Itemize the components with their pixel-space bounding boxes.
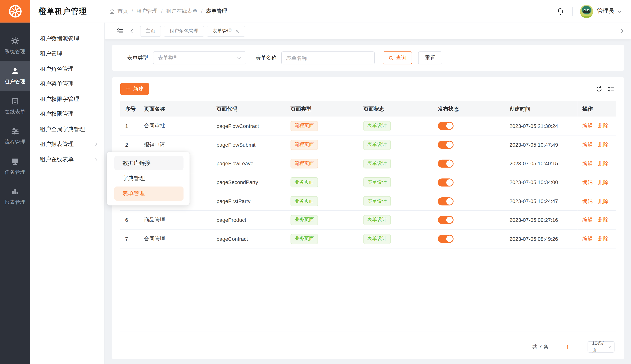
create-button[interactable]: 新建 (120, 83, 149, 95)
flyout-item-database-link[interactable]: 数据库链接 (114, 156, 183, 170)
refresh-icon[interactable] (596, 86, 602, 92)
data-table: 序号 页面名称 页面代码 页面类型 页面状态 发布状态 创建时间 操作 1 (120, 101, 616, 332)
breadcrumb-item-current: 表单管理 (206, 8, 227, 15)
sliders-icon (11, 127, 19, 135)
edit-link[interactable]: 编辑 (582, 217, 593, 223)
table-row: 1 合同审批 pageFlowContract 流程页面 表单设计 2023-0… (120, 117, 616, 136)
reset-button[interactable]: 重置 (418, 52, 442, 64)
page-type-badge: 业务页面 (290, 196, 318, 206)
collapse-menu-icon[interactable] (117, 28, 124, 34)
chevron-right-icon (94, 157, 99, 162)
tab-tenant-role[interactable]: 租户角色管理 (164, 26, 204, 36)
delete-link[interactable]: 删除 (598, 179, 609, 185)
row-height-icon[interactable] (608, 86, 614, 92)
publish-toggle[interactable] (438, 178, 454, 186)
edit-link[interactable]: 编辑 (582, 142, 593, 148)
sidebar-item-label: 租户数据源管理 (40, 35, 99, 43)
tab-bar: 主页 租户角色管理 表单管理 (105, 22, 631, 40)
sidebar-item-label: 租户权限字管理 (40, 96, 99, 103)
rail-item-label: 任务管理 (5, 169, 26, 176)
rail-item-tenant[interactable]: 租户管理 (0, 61, 30, 91)
edit-link[interactable]: 编辑 (582, 160, 593, 166)
sidebar-item-tenant-role[interactable]: 租户角色管理 (30, 62, 104, 76)
rail-item-label: 在线表单 (5, 108, 26, 115)
breadcrumb-item[interactable]: 首页 (118, 8, 128, 15)
sidebar-item-tenant-report[interactable]: 租户报表管理 (30, 137, 104, 152)
page-status-badge: 表单设计 (364, 234, 391, 244)
page-type-badge: 流程页面 (290, 121, 318, 131)
publish-toggle[interactable] (438, 141, 454, 149)
cell-seq: 7 (120, 230, 139, 248)
page-type-badge: 业务页面 (290, 215, 318, 225)
page-next-icon[interactable] (575, 344, 580, 349)
sidebar-item-tenant[interactable]: 租户管理 (30, 46, 104, 62)
col-page-type: 页面类型 (286, 101, 359, 116)
breadcrumb-item[interactable]: 租户在线表单 (166, 8, 197, 15)
clipboard-icon (11, 97, 19, 105)
delete-link[interactable]: 删除 (598, 160, 609, 166)
publish-toggle[interactable] (438, 235, 454, 243)
rail-item-label: 报表管理 (5, 199, 26, 206)
page-number[interactable]: 1 (562, 344, 573, 350)
close-icon[interactable] (235, 29, 239, 33)
delete-link[interactable]: 删除 (598, 198, 609, 204)
breadcrumb: 首页 / 租户管理 / 租户在线表单 / 表单管理 (109, 8, 227, 15)
table-row: pageSecondParty 业务页面 表单设计 2023-07-05 10:… (120, 173, 616, 192)
delete-link[interactable]: 删除 (598, 142, 609, 148)
sidebar-item-global-dict[interactable]: 租户全局字典管理 (30, 122, 104, 137)
sidebar-item-label: 租户角色管理 (40, 65, 99, 73)
page-type-badge: 流程页面 (290, 140, 318, 150)
rail-item-online-form[interactable]: 在线表单 (0, 91, 30, 121)
edit-link[interactable]: 编辑 (582, 123, 593, 129)
form-name-input[interactable] (286, 55, 370, 61)
page-title: 橙单租户管理 (39, 6, 87, 16)
tabs-scroll-left-icon[interactable] (129, 28, 134, 34)
page-prev-icon[interactable] (555, 344, 560, 349)
tabs-scroll-right-icon[interactable] (619, 28, 624, 34)
query-button[interactable]: 查询 (383, 52, 412, 64)
edit-link[interactable]: 编辑 (582, 198, 593, 204)
sidebar-item-datasource[interactable]: 租户数据源管理 (30, 31, 104, 46)
tab-form-management[interactable]: 表单管理 (207, 26, 245, 36)
edit-link[interactable]: 编辑 (582, 236, 593, 242)
delete-link[interactable]: 删除 (598, 236, 609, 242)
delete-link[interactable]: 删除 (598, 123, 609, 129)
delete-link[interactable]: 删除 (598, 217, 609, 223)
publish-toggle[interactable] (438, 160, 454, 168)
cell-seq: 6 (120, 211, 139, 230)
rail-item-task[interactable]: 任务管理 (0, 151, 30, 182)
cell-created-time: 2023-07-05 10:24:47 (505, 192, 577, 210)
tab-home[interactable]: 主页 (140, 26, 161, 36)
chevron-down-icon[interactable] (617, 9, 622, 14)
cell-page-name: 合同管理 (139, 230, 212, 248)
page-status-badge: 表单设计 (364, 196, 391, 206)
notification-bell-icon[interactable] (556, 8, 564, 15)
sidebar-item-perm[interactable]: 租户权限管理 (30, 107, 104, 122)
page-status-badge: 表单设计 (364, 178, 391, 188)
cell-page-code: pageFirstParty (212, 192, 286, 210)
page-size-select[interactable]: 10条/页 (587, 341, 614, 352)
page-status-badge: 表单设计 (364, 159, 391, 169)
table-row: pageFirstParty 业务页面 表单设计 2023-07-05 10:2… (120, 192, 616, 210)
publish-toggle[interactable] (438, 216, 454, 224)
rail-item-report[interactable]: 报表管理 (0, 181, 30, 212)
sidebar-item-tenant-online-form[interactable]: 租户在线表单 (30, 152, 104, 167)
flyout-item-dict-management[interactable]: 字典管理 (114, 171, 183, 186)
cell-created-time: 2023-07-05 08:49:26 (505, 230, 577, 248)
form-type-select[interactable]: 表单类型 (153, 52, 246, 64)
edit-link[interactable]: 编辑 (582, 179, 593, 185)
flyout-item-form-management[interactable]: 表单管理 (114, 186, 183, 200)
publish-toggle[interactable] (438, 197, 454, 205)
cell-page-code: pageSecondParty (212, 173, 286, 192)
sidebar-item-perm-word[interactable]: 租户权限字管理 (30, 92, 104, 107)
rail-item-flow[interactable]: 流程管理 (0, 121, 30, 151)
user-avatar[interactable] (580, 5, 593, 18)
cell-page-code: pageProduct (212, 211, 286, 230)
user-name[interactable]: 管理员 (597, 8, 614, 15)
breadcrumb-item[interactable]: 租户管理 (137, 8, 157, 15)
rail-item-system[interactable]: 系统管理 (0, 30, 30, 61)
sidebar-item-tenant-menu[interactable]: 租户菜单管理 (30, 77, 104, 92)
orange-slice-logo-icon (8, 4, 22, 18)
header-divider (572, 7, 573, 16)
publish-toggle[interactable] (438, 122, 454, 130)
